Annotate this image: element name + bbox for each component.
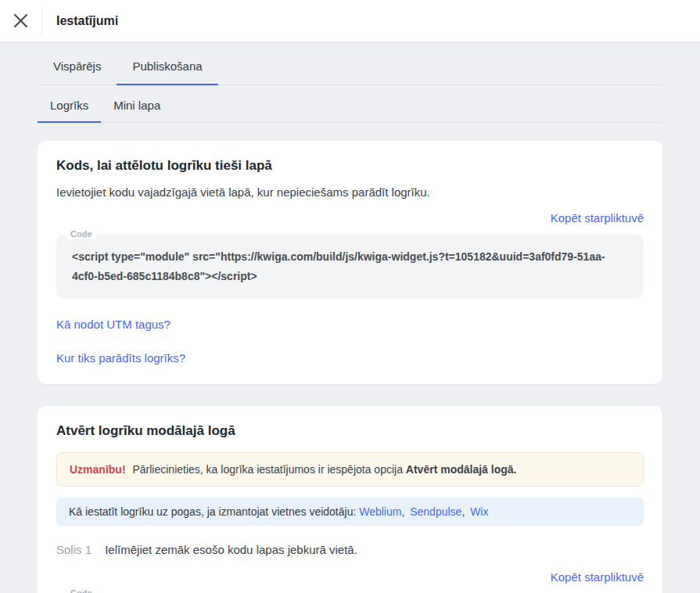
code-label: Code	[66, 588, 96, 593]
copy-to-clipboard-link[interactable]: Kopēt starpliktuvē	[551, 570, 644, 584]
code-snippet-box[interactable]: Code <script type="module" src="https://…	[56, 235, 644, 299]
sub-tabs: Logrīks Mini lapa	[38, 85, 662, 123]
copy-to-clipboard-link[interactable]: Kopēt starpliktuvē	[551, 211, 644, 225]
builder-note-banner: Kā iestatīt logrīku uz pogas, ja izmanto…	[56, 498, 644, 526]
widget-code-card: Kods, lai attēlotu logrīku tieši lapā Ie…	[38, 141, 662, 384]
where-widget-shown-link[interactable]: Kur tiks parādīts logrīks?	[56, 351, 185, 365]
doc-link-row: Kur tiks parādīts logrīks?	[56, 351, 644, 365]
subtab-logriks[interactable]: Logrīks	[38, 85, 101, 122]
warning-banner: Uzmanību! Pārliecinieties, ka logrīka ie…	[56, 452, 644, 487]
sendpulse-link[interactable]: Sendpulse	[410, 505, 461, 518]
separator: ,	[461, 505, 465, 518]
page-title: Iestatījumi	[56, 14, 118, 28]
main-tabs: Vispārējs Publiskošana	[38, 42, 662, 85]
copy-row: Kopēt starpliktuvē	[56, 570, 644, 584]
header-divider	[41, 7, 42, 35]
tab-publiskosana[interactable]: Publiskošana	[117, 42, 217, 84]
warning-label: Uzmanību!	[70, 463, 126, 476]
step-row: Solis 1 Ielīmējiet zemāk esošo kodu lapa…	[56, 543, 644, 556]
utm-tags-link[interactable]: Kā nodot UTM tagus?	[56, 318, 171, 331]
subtab-mini-lapa[interactable]: Mini lapa	[101, 85, 173, 122]
warning-bold-text: Atvērt modālajā logā.	[406, 463, 517, 476]
card-title: Atvērt logrīku modālajā logā	[56, 423, 644, 439]
card-title: Kods, lai attēlotu logrīku tieši lapā	[56, 158, 644, 174]
code-label: Code	[66, 228, 96, 239]
modal-widget-card: Atvērt logrīku modālajā logā Uzmanību! P…	[38, 406, 662, 593]
modal-header: Iestatījumi	[0, 0, 700, 42]
separator: ,	[401, 505, 404, 518]
close-button[interactable]	[0, 0, 41, 41]
code-snippet: <script type="module" src="https://kwiga…	[72, 247, 628, 286]
close-icon	[13, 13, 29, 29]
copy-row: Kopēt starpliktuvē	[56, 211, 644, 225]
warning-text: Pārliecinieties, ka logrīka iestatījumos…	[132, 463, 403, 476]
wix-link[interactable]: Wix	[470, 505, 488, 518]
doc-link-row: Kā nodot UTM tagus?	[56, 318, 644, 332]
card-description: Ievietojiet kodu vajadzīgajā vietā lapā,…	[56, 185, 644, 199]
settings-modal: Iestatījumi Vispārējs Publiskošana Logrī…	[0, 0, 700, 593]
weblium-link[interactable]: Weblium	[359, 505, 401, 518]
builder-note-text: Kā iestatīt logrīku uz pogas, ja izmanto…	[69, 505, 356, 518]
step-text: Ielīmējiet zemāk esošo kodu lapas jebkur…	[105, 543, 357, 556]
step-label: Solis 1	[56, 543, 92, 556]
tab-visparejs[interactable]: Vispārējs	[38, 42, 117, 84]
